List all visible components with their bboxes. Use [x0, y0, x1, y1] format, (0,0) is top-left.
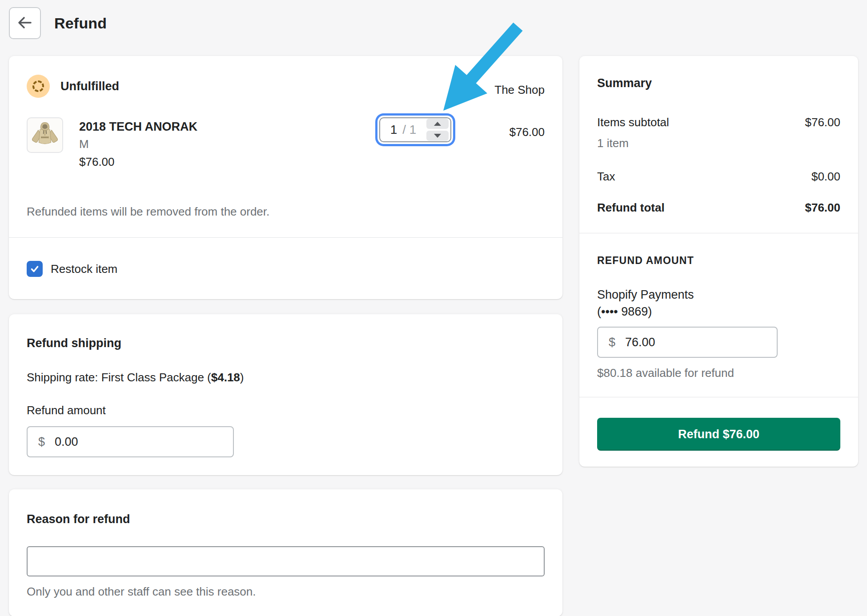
reason-input[interactable] [27, 546, 545, 576]
shipping-rate-amount: $4.18 [211, 371, 240, 384]
summary-row-value: $0.00 [811, 169, 840, 184]
reason-title: Reason for refund [27, 512, 545, 527]
summary-row-refund-total: Refund total $76.00 [597, 200, 840, 215]
submit-section: Refund $76.00 [579, 397, 858, 467]
fulfillment-status: Unfulfilled [27, 75, 119, 98]
line-item-row: 2018 TECH ANORAK M $76.00 1 / 1 $76.00 [9, 117, 562, 171]
restock-section: Restock item [9, 238, 562, 299]
summary-card: Summary Items subtotal $76.00 1 item Tax… [579, 56, 858, 467]
unfulfilled-status-icon [27, 75, 50, 98]
summary-row-tax: Tax $0.00 [597, 169, 840, 184]
stepper-decrement-icon [434, 134, 441, 138]
refund-shipping-card: Refund shipping Shipping rate: First Cla… [9, 314, 562, 475]
stepper-decrement-button[interactable] [426, 131, 449, 141]
refund-quantity-stepper[interactable]: 1 / 1 [379, 117, 451, 142]
summary-row-label: Refund total [597, 200, 665, 215]
shipping-refund-amount-field[interactable]: $ [27, 426, 234, 457]
product-unit-price: $76.00 [79, 153, 379, 171]
reason-card: Reason for refund Only you and other sta… [9, 489, 562, 616]
summary-row-items-subtotal: Items subtotal $76.00 [597, 115, 840, 130]
available-for-refund-note: $80.18 available for refund [597, 366, 840, 380]
shipping-refund-amount-input[interactable] [55, 435, 222, 449]
restock-checkbox[interactable] [27, 261, 43, 277]
stepper-buttons [426, 119, 449, 141]
summary-row-label: Items subtotal [597, 115, 669, 130]
refund-amount-field[interactable]: $ [597, 327, 778, 358]
payment-method-card-digits: (•••• 9869) [597, 303, 840, 320]
back-button[interactable] [9, 7, 41, 39]
back-arrow-icon [17, 16, 33, 31]
currency-prefix: $ [38, 435, 45, 449]
refund-items-note: Refunded items will be removed from the … [9, 204, 562, 219]
summary-row-value: $76.00 [805, 115, 840, 130]
fulfillment-card: Unfulfilled The Shop [9, 56, 562, 299]
summary-row-value: $76.00 [805, 200, 840, 215]
refund-shipping-title: Refund shipping [27, 336, 545, 351]
fulfillment-header: Unfulfilled The Shop [9, 56, 562, 98]
reason-helper-text: Only you and other staff can see this re… [27, 584, 545, 599]
summary-items-count: 1 item [597, 136, 840, 150]
anorak-jacket-illustration [29, 120, 61, 151]
product-info: 2018 TECH ANORAK M $76.00 [79, 117, 379, 171]
stepper-increment-button[interactable] [426, 119, 449, 129]
quantity-current: 1 [390, 123, 397, 137]
shipping-refund-amount-label: Refund amount [27, 403, 545, 417]
currency-prefix: $ [609, 336, 615, 349]
quantity-total: / 1 [402, 123, 416, 137]
shipping-rate-suffix: ) [240, 371, 244, 384]
main-content: Unfulfilled The Shop [0, 56, 867, 616]
stepper-increment-icon [434, 122, 441, 126]
refund-submit-button[interactable]: Refund $76.00 [597, 418, 840, 451]
payment-method-name: Shopify Payments [597, 287, 840, 303]
product-image [27, 117, 63, 153]
location-label: The Shop [494, 83, 545, 97]
refund-amount-input[interactable] [625, 336, 766, 349]
page-header: Refund [0, 0, 867, 39]
summary-section: Summary Items subtotal $76.00 1 item Tax… [579, 56, 858, 233]
refund-amount-section: REFUND AMOUNT Shopify Payments (•••• 986… [579, 233, 858, 397]
product-variant: M [79, 135, 379, 153]
product-title: 2018 TECH ANORAK [79, 119, 379, 134]
shipping-rate-line: Shipping rate: First Class Package ($4.1… [27, 370, 545, 384]
restock-label: Restock item [51, 262, 117, 276]
quantity-value[interactable]: 1 / 1 [380, 123, 426, 137]
left-column: Unfulfilled The Shop [9, 56, 562, 616]
refund-amount-heading: REFUND AMOUNT [597, 254, 840, 267]
summary-title: Summary [597, 76, 840, 91]
shipping-rate-prefix: Shipping rate: First Class Package ( [27, 371, 211, 384]
page-title: Refund [54, 15, 107, 32]
summary-row-label: Tax [597, 169, 615, 184]
line-item-total: $76.00 [451, 124, 545, 140]
fulfillment-status-label: Unfulfilled [60, 80, 119, 93]
right-column: Summary Items subtotal $76.00 1 item Tax… [579, 56, 858, 467]
checkmark-icon [30, 264, 40, 274]
